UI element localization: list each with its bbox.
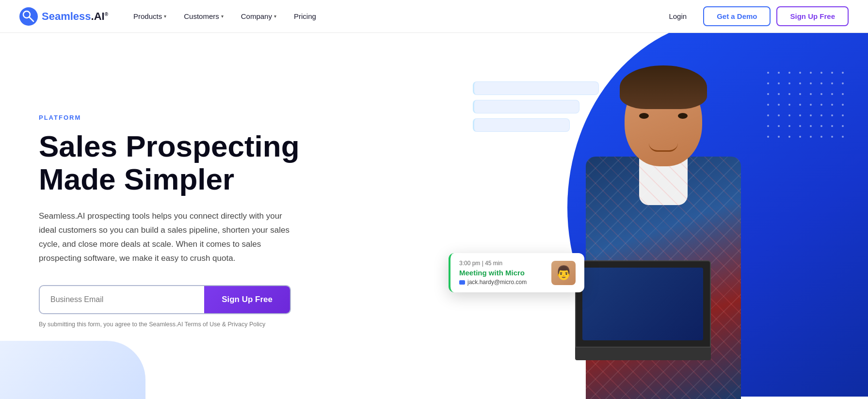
hero-person <box>542 64 785 399</box>
laptop-display <box>582 268 703 340</box>
meeting-time: 3:00 pm | 45 min <box>459 260 545 267</box>
person-smile <box>649 143 678 152</box>
email-form: Sign Up Free <box>39 285 291 314</box>
person-eye-right <box>678 113 688 119</box>
login-button[interactable]: Login <box>658 7 697 25</box>
email-icon <box>459 280 465 285</box>
signup-nav-button[interactable]: Sign Up Free <box>776 6 849 26</box>
meeting-title: Meeting with Micro <box>459 269 545 277</box>
logo-link[interactable]: Seamless.AI® <box>19 7 108 26</box>
person-hair <box>620 65 707 109</box>
chevron-down-icon: ▾ <box>164 14 166 19</box>
nav-item-pricing[interactable]: Pricing <box>286 8 324 24</box>
hero-title: Sales Prospecting Made Simpler <box>39 130 405 196</box>
laptop-screen <box>575 260 711 348</box>
meeting-card-info: 3:00 pm | 45 min Meeting with Micro jack… <box>459 260 545 286</box>
get-demo-button[interactable]: Get a Demo <box>703 6 771 26</box>
chevron-down-icon: ▾ <box>221 14 224 19</box>
form-disclaimer: By submitting this form, you agree to th… <box>39 321 405 328</box>
hero-section: PLATFORM Sales Prospecting Made Simpler … <box>0 33 868 399</box>
hero-description: Seamless.AI prospecting tools helps you … <box>39 209 291 266</box>
person-eye-left <box>639 113 649 119</box>
navigation: Seamless.AI® Products ▾ Customers ▾ Comp… <box>0 0 868 33</box>
laptop-base <box>575 346 711 360</box>
person-head <box>625 74 702 166</box>
meeting-card: 3:00 pm | 45 min Meeting with Micro jack… <box>449 253 584 292</box>
hero-left: PLATFORM Sales Prospecting Made Simpler … <box>0 33 434 399</box>
chevron-down-icon: ▾ <box>274 14 276 19</box>
logo-icon <box>19 7 38 26</box>
svg-point-0 <box>19 7 38 26</box>
signup-hero-button[interactable]: Sign Up Free <box>204 286 290 313</box>
platform-label: PLATFORM <box>39 114 405 121</box>
nav-item-company[interactable]: Company ▾ <box>233 8 284 24</box>
nav-item-products[interactable]: Products ▾ <box>126 8 174 24</box>
nav-links: Products ▾ Customers ▾ Company ▾ Pricing <box>126 8 658 24</box>
meeting-avatar: 👨 <box>551 261 576 285</box>
hero-right: 3:00 pm | 45 min Meeting with Micro jack… <box>434 33 868 399</box>
nav-item-customers[interactable]: Customers ▾ <box>176 8 231 24</box>
meeting-email: jack.hardy@micro.com <box>459 279 545 286</box>
email-input[interactable] <box>40 286 204 313</box>
nav-actions: Login Get a Demo Sign Up Free <box>658 6 849 26</box>
logo-text: Seamless.AI® <box>42 10 108 23</box>
